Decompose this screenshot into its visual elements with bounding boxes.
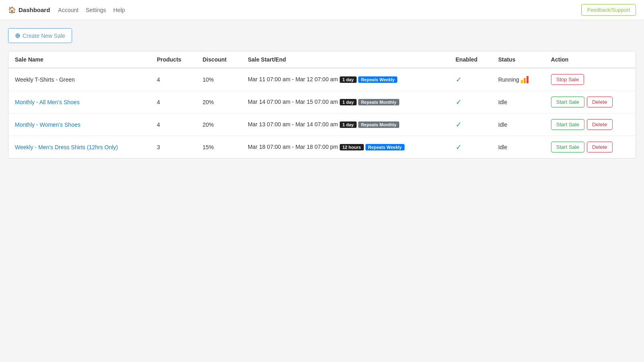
action-cell: Start SaleDelete <box>545 91 636 113</box>
status-cell: Running <box>492 68 545 91</box>
status-text: Idle <box>498 144 508 150</box>
products-count: 4 <box>151 91 196 113</box>
nav-link-account[interactable]: Account <box>58 7 78 13</box>
duration-tag: 1 day <box>340 121 357 128</box>
bar3-icon <box>526 76 528 83</box>
col-action: Action <box>545 51 636 68</box>
action-cell: Start SaleDelete <box>545 113 636 136</box>
col-products: Products <box>151 51 196 68</box>
col-sale-start-end: Sale Start/End <box>242 51 449 68</box>
action-cell: Stop Sale <box>545 68 636 91</box>
feedback-support-button[interactable]: Feedback/Support <box>581 4 636 16</box>
start-sale-button[interactable]: Start Sale <box>551 142 584 152</box>
create-new-sale-button[interactable]: ⊕ Create New Sale <box>8 28 72 43</box>
start-sale-button[interactable]: Start Sale <box>551 97 584 107</box>
sale-name-link[interactable]: Monthly - All Men's Shoes <box>15 99 80 105</box>
action-cell: Start SaleDelete <box>545 136 636 158</box>
sales-table-container: Sale Name Products Discount Sale Start/E… <box>8 51 636 158</box>
plus-icon: ⊕ <box>15 32 20 39</box>
sale-start-end: Mar 18 07:00 am - Mar 18 07:00 pm12 hour… <box>242 136 449 158</box>
enabled-cell: ✓ <box>449 113 492 136</box>
sale-start-end: Mar 14 07:00 am - Mar 15 07:00 am1 dayRe… <box>242 91 449 113</box>
date-range-text: Mar 13 07:00 am - Mar 14 07:00 am <box>248 121 338 128</box>
enabled-cell: ✓ <box>449 68 492 91</box>
status-text: Idle <box>498 121 508 128</box>
table-row: Monthly - All Men's Shoes420%Mar 14 07:0… <box>8 91 636 113</box>
duration-tag: 1 day <box>340 99 357 105</box>
main-content: ⊕ Create New Sale Sale Name Products Dis… <box>0 20 644 167</box>
repeat-tag: Repeats Monthly <box>358 99 399 105</box>
create-new-sale-label: Create New Sale <box>23 33 65 39</box>
navbar: 🏠 Dashboard Account Settings Help Feedba… <box>0 0 644 20</box>
enabled-checkmark: ✓ <box>456 98 462 106</box>
running-bars-icon <box>521 76 528 83</box>
enabled-checkmark: ✓ <box>456 76 462 84</box>
bar1-icon <box>521 80 523 83</box>
enabled-checkmark: ✓ <box>456 121 462 129</box>
delete-button[interactable]: Delete <box>587 97 613 107</box>
nav-link-settings[interactable]: Settings <box>86 7 106 13</box>
start-sale-button[interactable]: Start Sale <box>551 119 584 130</box>
duration-tag: 1 day <box>340 76 357 83</box>
table-row: Weekly T-Shirts - Green410%Mar 11 07:00 … <box>8 68 636 91</box>
delete-button[interactable]: Delete <box>587 142 613 152</box>
navbar-links: Account Settings Help <box>58 7 581 13</box>
action-buttons: Start SaleDelete <box>551 119 629 130</box>
enabled-cell: ✓ <box>449 136 492 158</box>
running-status: Running <box>498 76 538 83</box>
navbar-brand-label[interactable]: Dashboard <box>19 6 50 13</box>
table-header: Sale Name Products Discount Sale Start/E… <box>8 51 636 68</box>
delete-button[interactable]: Delete <box>587 119 613 130</box>
navbar-brand: 🏠 Dashboard <box>8 6 50 14</box>
status-text: Running <box>498 76 519 83</box>
navbar-right: Feedback/Support <box>581 4 636 16</box>
sale-start-end: Mar 11 07:00 am - Mar 12 07:00 am1 dayRe… <box>242 68 449 91</box>
sale-name-link[interactable]: Weekly - Men's Dress Shirts (12hrs Only) <box>15 144 118 150</box>
col-sale-name: Sale Name <box>8 51 151 68</box>
col-discount: Discount <box>196 51 242 68</box>
products-count: 3 <box>151 136 196 158</box>
products-count: 4 <box>151 113 196 136</box>
table-body: Weekly T-Shirts - Green410%Mar 11 07:00 … <box>8 68 636 158</box>
nav-link-help[interactable]: Help <box>114 7 125 13</box>
discount-value: 15% <box>196 136 242 158</box>
repeat-tag: Repeats Weekly <box>365 144 405 150</box>
status-cell: Idle <box>492 136 545 158</box>
products-count: 4 <box>151 68 196 91</box>
date-range-text: Mar 11 07:00 am - Mar 12 07:00 am <box>248 76 338 82</box>
table-row: Weekly - Men's Dress Shirts (12hrs Only)… <box>8 136 636 158</box>
bar2-icon <box>524 78 526 83</box>
sale-name-text: Weekly T-Shirts - Green <box>15 76 75 83</box>
col-status: Status <box>492 51 545 68</box>
col-enabled: Enabled <box>449 51 492 68</box>
sale-name-link[interactable]: Monthly - Women's Shoes <box>15 121 80 128</box>
status-text: Idle <box>498 99 508 105</box>
date-range-text: Mar 18 07:00 am - Mar 18 07:00 pm <box>248 144 338 150</box>
action-buttons: Start SaleDelete <box>551 142 629 152</box>
table-row: Monthly - Women's Shoes420%Mar 13 07:00 … <box>8 113 636 136</box>
action-buttons: Start SaleDelete <box>551 97 629 107</box>
action-buttons: Stop Sale <box>551 74 629 85</box>
sales-table: Sale Name Products Discount Sale Start/E… <box>8 51 636 158</box>
status-cell: Idle <box>492 91 545 113</box>
enabled-checkmark: ✓ <box>456 143 462 151</box>
status-cell: Idle <box>492 113 545 136</box>
enabled-cell: ✓ <box>449 91 492 113</box>
sale-start-end: Mar 13 07:00 am - Mar 14 07:00 am1 dayRe… <box>242 113 449 136</box>
discount-value: 20% <box>196 91 242 113</box>
stop-sale-button[interactable]: Stop Sale <box>551 74 584 85</box>
repeat-tag: Repeats Monthly <box>358 121 399 128</box>
duration-tag: 12 hours <box>340 144 364 150</box>
discount-value: 10% <box>196 68 242 91</box>
repeat-tag: Repeats Weekly <box>358 76 398 83</box>
home-icon: 🏠 <box>8 6 16 14</box>
date-range-text: Mar 14 07:00 am - Mar 15 07:00 am <box>248 99 338 105</box>
discount-value: 20% <box>196 113 242 136</box>
